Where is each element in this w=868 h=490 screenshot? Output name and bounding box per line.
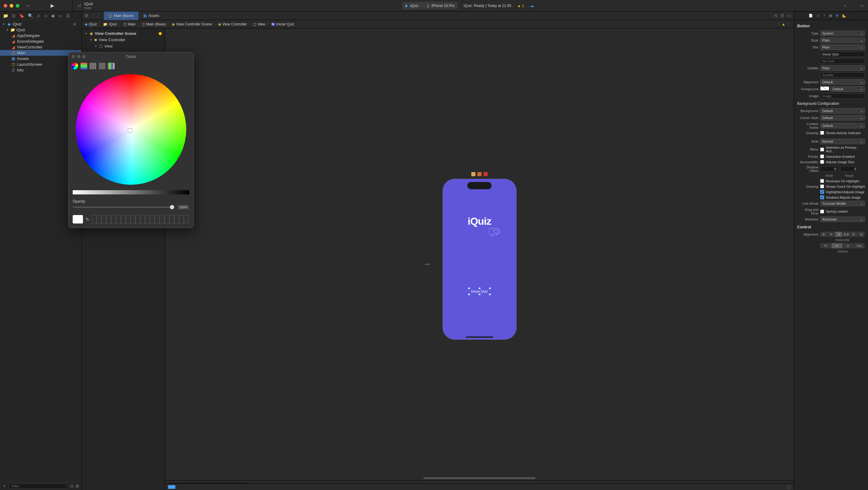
identity-inspector-icon[interactable]: ▦ [829, 13, 832, 18]
navigator-filter-input[interactable] [9, 483, 67, 489]
breadcrumb-item[interactable]: B Iniciar Quiz [271, 22, 294, 26]
chevron-down-icon[interactable]: ▼ [2, 23, 5, 26]
library-icon[interactable]: ▭ [860, 3, 864, 8]
vc-dock-icon[interactable] [471, 172, 475, 176]
minimize-window-button[interactable] [10, 4, 13, 7]
warning-badge[interactable]: ▲ 1 [517, 4, 524, 8]
reverses-checkbox[interactable] [820, 179, 824, 183]
swatch-grid[interactable] [92, 215, 189, 223]
subtitle-select[interactable]: Plain [820, 65, 865, 71]
pencils-tab[interactable] [108, 63, 115, 69]
nav-forward-icon[interactable]: 〉 [97, 13, 101, 19]
opacity-handle[interactable] [170, 205, 174, 209]
opacity-value[interactable]: 100% [177, 205, 189, 210]
colors-panel[interactable]: Colors Opacity 100% ✎ [68, 52, 194, 228]
style-select[interactable]: Plain [820, 37, 865, 43]
image-input[interactable] [820, 93, 865, 99]
image-palettes-tab[interactable] [99, 63, 105, 69]
phone-canvas[interactable]: iQuiz ?? Iniciar Quiz [442, 179, 517, 340]
bookmark-icon[interactable]: 🔖 [19, 13, 24, 18]
file-inspector-icon[interactable]: 📄 [809, 13, 813, 18]
breadcrumb-item[interactable]: ◫ Main [123, 22, 136, 26]
panel-close-button[interactable] [71, 55, 75, 58]
first-responder-dock-icon[interactable] [477, 172, 482, 176]
shadow-width-input[interactable] [820, 166, 838, 172]
source-control-icon[interactable]: ⊡ [12, 13, 16, 18]
adjust-editor-icon[interactable]: ⇆ [774, 13, 777, 18]
debug-icon[interactable]: ◉ [51, 13, 55, 18]
disabled-adjusts-checkbox[interactable] [820, 195, 824, 199]
spring-loaded-checkbox[interactable] [820, 210, 824, 214]
maximize-window-button[interactable] [16, 4, 20, 7]
issue-icon[interactable]: ⚠ [37, 13, 40, 18]
related-items-icon[interactable]: ⊞ [85, 13, 88, 19]
color-wheel-tab[interactable] [71, 63, 78, 69]
h-alignment-segments[interactable]: ⊏≡⊐⊏⊐⊏⊐ [820, 232, 865, 237]
touch-highlight-checkbox[interactable] [820, 184, 824, 188]
breadcrumb-item[interactable]: ◉ View Controller Scene [172, 22, 212, 26]
title-select[interactable]: Plain [820, 44, 865, 50]
breakpoint-icon[interactable]: ▭ [58, 13, 62, 18]
project-navigator-icon[interactable]: 📁 [3, 13, 8, 18]
breadcrumb-item[interactable]: 📁 iQuiz [103, 22, 117, 26]
activity-checkbox[interactable] [820, 131, 824, 135]
role-select[interactable]: Normal [820, 139, 865, 144]
panel-minimize-button[interactable] [77, 55, 80, 58]
tree-folder[interactable]: ▼ 📁 iQuiz [0, 27, 82, 33]
subtitle-input[interactable] [820, 72, 865, 78]
tree-file[interactable]: ◢ AppDelegate [0, 33, 82, 38]
current-color-swatch[interactable] [73, 215, 83, 223]
report-icon[interactable]: ☰ [66, 13, 70, 18]
history-inspector-icon[interactable]: ◷ [816, 13, 819, 18]
tree-root[interactable]: ▼ ◆ iQuiz M [0, 21, 82, 27]
type-select[interactable]: System [820, 31, 865, 36]
pointer-checkbox[interactable] [820, 154, 824, 158]
canvas-button-element[interactable]: Iniciar Quiz [469, 288, 489, 294]
line-break-select[interactable]: Truncate Middle [820, 201, 865, 206]
tree-file[interactable]: ◢ SceneDelegate [0, 38, 82, 44]
foreground-select[interactable]: Default [831, 86, 865, 92]
outline-scene[interactable]: ▼ ◉ View Controller Scene [82, 30, 165, 37]
editor-tab-assets[interactable]: ▦ Assets [138, 11, 164, 20]
attributes-inspector-icon[interactable]: ⚙ [836, 13, 839, 18]
color-well[interactable] [168, 485, 175, 489]
colors-panel-titlebar[interactable]: Colors [68, 52, 193, 61]
size-inspector-icon[interactable]: 📐 [842, 13, 846, 18]
close-window-button[interactable] [4, 4, 7, 7]
add-tab-icon[interactable]: ＋ [843, 3, 847, 8]
connections-inspector-icon[interactable]: → [850, 14, 854, 18]
exit-dock-icon[interactable] [484, 172, 488, 176]
brightness-handle[interactable] [130, 190, 131, 195]
outline-view[interactable]: ▼ View [82, 43, 165, 49]
eyedropper-icon[interactable]: ✎ [85, 217, 89, 222]
foreground-color-well[interactable] [820, 86, 829, 91]
find-icon[interactable]: 🔍 [28, 13, 33, 18]
tree-file[interactable]: ◢ ViewController [0, 44, 82, 50]
recent-icon[interactable]: ◷ [70, 484, 73, 488]
v-alignment-segments[interactable]: ⊓≡⊔⊓⊔ [820, 243, 865, 248]
opacity-slider[interactable] [73, 207, 174, 208]
warning-icon[interactable]: ▲ [782, 22, 785, 26]
help-inspector-icon[interactable]: ? [823, 14, 825, 18]
title-text-input[interactable] [820, 52, 865, 57]
alignment-select[interactable]: Default [820, 79, 865, 85]
color-wheel-cursor[interactable] [128, 128, 132, 133]
interface-builder-canvas[interactable]: → iQuiz ?? [165, 28, 794, 490]
menu-checkbox[interactable] [820, 148, 824, 151]
shadow-height-input[interactable] [840, 166, 858, 172]
assistant-editor-icon[interactable]: ▭ [787, 13, 791, 18]
content-insets-select[interactable]: Default [820, 123, 865, 128]
chevron-down-icon[interactable]: ▼ [6, 28, 9, 31]
editor-tab-main[interactable]: ◫ Main (Base) [104, 11, 138, 20]
scm-filter-icon[interactable]: ⊞ [76, 484, 79, 488]
test-icon[interactable]: ◇ [44, 13, 48, 18]
color-palettes-tab[interactable] [90, 63, 96, 69]
color-wheel[interactable] [76, 74, 186, 185]
add-file-icon[interactable]: ＋ [2, 483, 6, 489]
behavior-select[interactable]: Automatic [820, 217, 865, 222]
highlighted-adjusts-checkbox[interactable] [820, 190, 824, 194]
breadcrumb-item[interactable]: ◉ View Controller [218, 22, 247, 26]
editor-options-icon[interactable]: ☰ [780, 13, 784, 18]
run-button-icon[interactable]: ▶ [51, 3, 54, 8]
font-input[interactable] [820, 58, 865, 64]
